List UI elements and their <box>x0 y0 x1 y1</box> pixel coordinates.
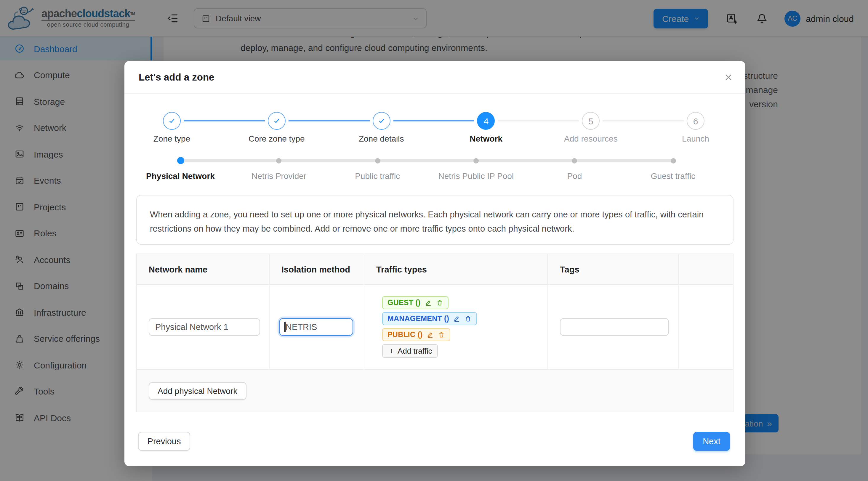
physical-network-description-box: When adding a zone, you need to set up o… <box>136 195 734 245</box>
table-footer-row: Add physical Network <box>137 370 733 412</box>
traffic-tag-guest: GUEST () <box>382 296 448 309</box>
text-cursor <box>284 322 285 332</box>
add-zone-modal: Let's add a zone 4 5 6 Zone typ <box>124 61 745 466</box>
isolation-method-input[interactable] <box>279 318 353 336</box>
delete-icon[interactable] <box>438 331 445 338</box>
physical-network-description: When adding a zone, you need to set up o… <box>150 207 720 236</box>
edit-icon[interactable] <box>427 331 434 338</box>
step-zone-details-check-icon <box>372 112 390 130</box>
cloudstack-app: apachecloudstackTM open source cloud com… <box>0 0 868 481</box>
step-label-add-resources: Add resources <box>543 134 638 143</box>
column-header-tags: Tags <box>548 254 679 284</box>
edit-icon[interactable] <box>453 315 460 322</box>
plus-icon <box>388 348 395 354</box>
tags-input[interactable] <box>560 318 669 336</box>
modal-title: Let's add a zone <box>138 61 214 94</box>
step-label-zone-type: Zone type <box>124 134 219 143</box>
substep-dot-netris-public-ip-pool <box>473 158 479 163</box>
step-network-number: 4 <box>477 112 495 130</box>
delete-icon[interactable] <box>436 299 443 306</box>
previous-button[interactable]: Previous <box>138 432 190 451</box>
physical-network-table: Network name Isolation method Traffic ty… <box>136 254 734 412</box>
step-zone-type-check-icon <box>163 112 181 130</box>
add-physical-network-button[interactable]: Add physical Network <box>149 382 246 399</box>
traffic-tag-public: PUBLIC () <box>382 328 450 341</box>
delete-icon[interactable] <box>465 315 472 322</box>
close-icon[interactable] <box>724 73 733 82</box>
substep-dot-guest-traffic <box>671 158 676 163</box>
step-launch-number: 6 <box>687 112 705 130</box>
column-header-isolation-method: Isolation method <box>270 254 364 284</box>
step-label-zone-details: Zone details <box>334 134 429 143</box>
column-header-traffic-types: Traffic types <box>364 254 548 284</box>
table-header-row: Network name Isolation method Traffic ty… <box>137 254 733 285</box>
network-name-input[interactable] <box>149 318 260 336</box>
traffic-tag-management: MANAGEMENT () <box>382 312 477 325</box>
substep-label-guest-traffic: Guest traffic <box>614 171 732 181</box>
column-header-network-name: Network name <box>137 254 270 284</box>
step-add-resources-number: 5 <box>582 112 599 130</box>
substep-dot-public-traffic <box>375 158 380 163</box>
step-core-zone-type-check-icon <box>268 112 286 130</box>
step-label-launch: Launch <box>648 134 743 143</box>
column-header-empty <box>679 254 733 284</box>
step-label-network: Network <box>439 134 533 143</box>
next-button[interactable]: Next <box>693 432 730 451</box>
add-traffic-button[interactable]: Add traffic <box>382 344 438 358</box>
substep-dot-physical-network <box>177 157 184 164</box>
table-row: GUEST () MANAGEMENT () PUBLIC () <box>137 285 733 370</box>
edit-icon[interactable] <box>425 299 432 306</box>
modal-header: Let's add a zone <box>124 61 745 94</box>
step-label-core-zone-type: Core zone type <box>229 134 324 143</box>
